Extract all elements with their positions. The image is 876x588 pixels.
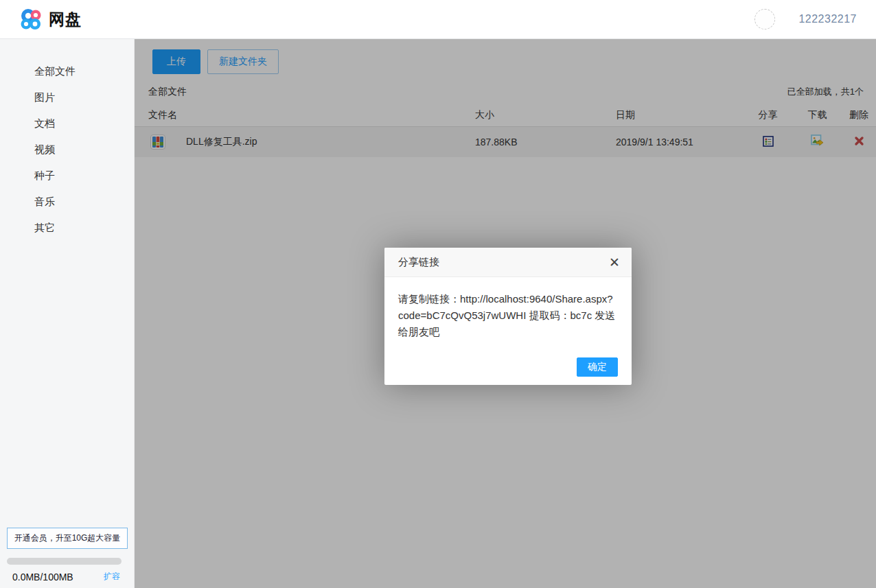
storage-progress-bar — [7, 558, 122, 565]
username-text: 122232217 — [798, 13, 857, 25]
sidebar-item-documents[interactable]: 文档 — [0, 110, 134, 137]
sidebar: 全部文件 图片 文档 视频 种子 音乐 其它 开通会员，升至10G超大容量 0.… — [0, 39, 135, 588]
share-link-modal: 分享链接 ✕ 请复制链接：http://localhost:9640/Share… — [384, 248, 632, 385]
expand-storage-link[interactable]: 扩容 — [104, 571, 120, 583]
sidebar-bottom: 开通会员，升至10G超大容量 0.0MB/100MB 扩容 — [0, 528, 134, 583]
sidebar-item-videos[interactable]: 视频 — [0, 137, 134, 163]
close-icon[interactable]: ✕ — [609, 256, 620, 269]
vip-upgrade-button[interactable]: 开通会员，升至10G超大容量 — [7, 528, 128, 549]
sidebar-item-pictures[interactable]: 图片 — [0, 84, 134, 110]
share-link-text: 请复制链接：http://localhost:9640/Share.aspx?c… — [384, 277, 632, 340]
brand-logo[interactable]: 网盘 — [19, 8, 82, 30]
cloud-logo-icon — [19, 8, 44, 30]
sidebar-item-torrents[interactable]: 种子 — [0, 163, 134, 189]
sidebar-item-music[interactable]: 音乐 — [0, 189, 134, 215]
ok-button[interactable]: 确定 — [577, 357, 618, 377]
user-area: 122232217 — [754, 9, 857, 30]
modal-footer: 确定 — [577, 357, 618, 377]
app-title: 网盘 — [49, 9, 82, 30]
sidebar-item-other[interactable]: 其它 — [0, 215, 134, 241]
modal-header: 分享链接 ✕ — [384, 248, 632, 277]
sidebar-nav: 全部文件 图片 文档 视频 种子 音乐 其它 — [0, 39, 134, 241]
modal-title: 分享链接 — [398, 256, 439, 269]
sidebar-item-all-files[interactable]: 全部文件 — [0, 58, 134, 84]
avatar[interactable] — [754, 9, 775, 30]
storage-usage-text: 0.0MB/100MB — [12, 572, 73, 583]
app-header: 网盘 122232217 — [0, 0, 876, 39]
